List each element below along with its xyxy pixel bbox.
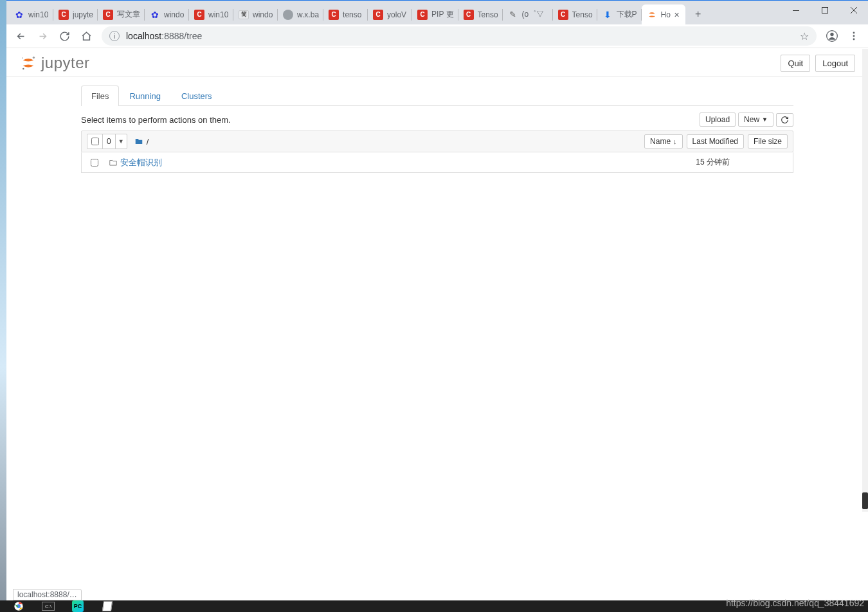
tab-title: windo — [164, 10, 185, 19]
quit-button[interactable]: Quit — [781, 55, 810, 72]
tab-title: windo — [253, 10, 273, 19]
browser-tab[interactable]: Ho× — [642, 4, 685, 24]
browser-tab[interactable]: CPIP 更 — [412, 4, 457, 24]
chevron-down-icon: ▼ — [762, 116, 768, 123]
browser-tab[interactable]: CTenso — [553, 4, 597, 24]
tab-files[interactable]: Files — [81, 86, 119, 106]
browser-tab[interactable]: Cjupyte — [53, 4, 97, 24]
selected-count: 0 — [103, 137, 115, 146]
tab-title: w.x.ba — [297, 10, 319, 19]
taskbar-chrome-icon[interactable] — [6, 600, 31, 612]
browser-tab[interactable]: w.x.ba — [278, 4, 323, 24]
select-menu-caret-icon[interactable]: ▼ — [115, 134, 127, 148]
upload-button[interactable]: Upload — [700, 113, 736, 127]
tab-favicon: C — [373, 10, 383, 20]
browser-tab[interactable]: Cwin10 — [189, 4, 233, 24]
file-name-link[interactable]: 安全帽识别 — [120, 158, 162, 167]
profile-avatar-button[interactable] — [822, 26, 842, 46]
taskbar-notepad-icon[interactable] — [95, 600, 120, 612]
taskbar-pycharm-icon[interactable]: PC — [66, 600, 90, 612]
browser-tab[interactable]: ⬇下载P — [597, 4, 641, 24]
breadcrumb-root: / — [147, 137, 149, 147]
tab-title: Tenso — [478, 10, 498, 19]
sort-arrow-down-icon: ↓ — [673, 138, 677, 145]
selection-hint-text: Select items to perform actions on them. — [81, 115, 231, 125]
tab-title: tenso — [343, 10, 363, 19]
svg-point-5 — [853, 35, 855, 37]
new-button-label: New — [744, 115, 759, 124]
row-checkbox[interactable] — [91, 159, 98, 166]
back-button[interactable] — [10, 26, 31, 46]
svg-point-7 — [33, 57, 35, 59]
browser-tab[interactable]: ✿win10 — [9, 4, 53, 24]
tab-favicon: C — [558, 10, 568, 20]
tab-favicon: 简 — [239, 10, 249, 20]
svg-point-4 — [853, 32, 855, 34]
window-maximize-button[interactable] — [810, 1, 839, 20]
jupyter-logo-text: jupyter — [41, 54, 90, 72]
tab-title: Tenso — [572, 10, 593, 19]
bookmark-star-icon[interactable]: ☆ — [800, 30, 809, 42]
tab-title: yoloV — [387, 10, 408, 19]
sort-name-button[interactable]: Name ↓ — [644, 134, 683, 148]
select-all-checkbox[interactable] — [91, 138, 99, 145]
tab-favicon: C — [417, 10, 428, 20]
home-button[interactable] — [76, 26, 96, 46]
tab-title: PIP 更 — [431, 9, 453, 20]
reload-button[interactable] — [54, 26, 75, 46]
new-dropdown-button[interactable]: New ▼ — [738, 113, 773, 127]
refresh-icon — [781, 116, 789, 124]
tab-title: win10 — [28, 10, 49, 19]
folder-outline-icon — [106, 158, 120, 167]
tab-title: (o゜▽゜) — [522, 9, 548, 20]
browser-tab[interactable]: Ctenso — [323, 4, 367, 24]
tab-title: jupyte — [73, 10, 93, 19]
chrome-menu-button[interactable] — [844, 26, 864, 46]
tab-title: Ho — [661, 10, 671, 19]
tab-title: 写文章 — [117, 9, 140, 20]
window-minimize-button[interactable] — [781, 1, 810, 20]
browser-tab[interactable]: CTenso — [458, 4, 502, 24]
browser-tab[interactable]: 简windo — [233, 4, 277, 24]
url-port: :8888 — [161, 31, 184, 41]
svg-point-8 — [23, 68, 24, 70]
breadcrumb[interactable]: / — [134, 137, 149, 147]
forward-button[interactable] — [32, 26, 53, 46]
tab-favicon — [647, 10, 657, 20]
tab-favicon: C — [59, 10, 69, 20]
logout-button[interactable]: Logout — [815, 55, 855, 72]
file-list-row[interactable]: 安全帽识别15 分钟前 — [81, 152, 793, 173]
browser-tab[interactable]: CyoloV — [368, 4, 411, 24]
taskbar-terminal-icon[interactable]: C:\ — [36, 600, 60, 612]
browser-tab[interactable]: ✿windo — [145, 4, 188, 24]
tab-running[interactable]: Running — [119, 86, 170, 106]
new-tab-button[interactable]: + — [689, 5, 707, 23]
jupyter-logo[interactable]: jupyter — [19, 53, 90, 73]
tab-clusters[interactable]: Clusters — [171, 86, 222, 106]
address-bar[interactable]: i localhost:8888/tree ☆ — [102, 26, 817, 46]
select-all-control[interactable]: 0 ▼ — [87, 134, 127, 149]
window-titlebar — [781, 1, 868, 20]
url-host: localhost — [126, 31, 161, 41]
tab-favicon — [283, 10, 293, 20]
jupyter-header: jupyter Quit Logout — [6, 48, 868, 77]
site-info-icon[interactable]: i — [109, 31, 120, 41]
tab-title: 下载P — [617, 9, 637, 20]
browser-tabstrip: ✿win10CjupyteC写文章✿windoCwin10简window.x.b… — [6, 1, 868, 24]
sort-modified-button[interactable]: Last Modified — [687, 134, 744, 148]
file-modified: 15 分钟前 — [640, 157, 736, 168]
folder-icon — [134, 137, 144, 146]
status-bar-tooltip: localhost:8888/… — [13, 589, 82, 600]
tab-title: win10 — [208, 10, 229, 19]
refresh-button[interactable] — [776, 113, 793, 127]
jupyter-nav-tabs: Files Running Clusters — [81, 85, 793, 106]
tab-favicon: ✎ — [508, 10, 518, 20]
tab-favicon: C — [103, 10, 113, 20]
window-close-button[interactable] — [839, 1, 868, 20]
browser-tab[interactable]: ✎(o゜▽゜) — [503, 4, 552, 24]
sort-size-button[interactable]: File size — [748, 134, 788, 148]
tab-close-icon[interactable]: × — [673, 10, 682, 19]
jupyter-page: jupyter Quit Logout Files Running Cluste… — [6, 48, 868, 612]
browser-tab[interactable]: C写文章 — [98, 4, 144, 24]
page-scrollbar[interactable] — [862, 49, 868, 512]
